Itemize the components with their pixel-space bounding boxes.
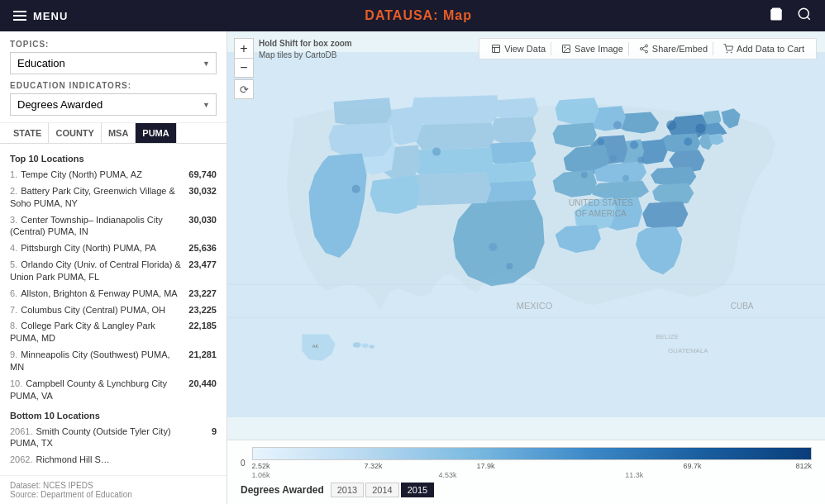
location-value: 25,636: [184, 242, 217, 254]
title-accent: Map: [439, 8, 472, 22]
list-item[interactable]: 1.Tempe City (North) PUMA, AZ 69,740: [10, 169, 217, 181]
save-image-label: Save Image: [575, 44, 623, 54]
list-item[interactable]: 2.Battery Park City, Greenwich Village &…: [10, 185, 217, 210]
location-value: 30,030: [184, 214, 217, 239]
svg-text:OF AMERICA: OF AMERICA: [575, 209, 627, 218]
year-tab-2014[interactable]: 2014: [365, 483, 398, 497]
tab-state[interactable]: STATE: [7, 123, 49, 143]
location-rank: 2061.: [10, 426, 33, 436]
svg-text:MEXICO: MEXICO: [517, 301, 553, 311]
zoom-out-button[interactable]: −: [234, 58, 254, 78]
location-rank: 7.: [10, 305, 17, 315]
svg-line-11: [642, 50, 645, 51]
hamburger-icon[interactable]: [13, 11, 26, 21]
list-item[interactable]: 4.Pittsburgh City (North) PUMA, PA 25,63…: [10, 242, 217, 254]
us-label: UNITED STATES: [569, 198, 633, 207]
map-area[interactable]: Hold Shift for box zoom Map tiles by Car…: [227, 31, 825, 504]
topics-select[interactable]: Education: [10, 52, 217, 74]
view-data-label: View Data: [504, 44, 546, 54]
location-value: 21,281: [184, 349, 217, 373]
location-rank: 4.: [10, 243, 17, 253]
share-embed-label: Share/Embed: [652, 44, 708, 54]
legend-bottom: Degrees Awarded 2013 2014 2015: [241, 483, 812, 497]
sublabel-1: 4.53k: [438, 471, 456, 479]
location-value: 23,477: [184, 259, 217, 283]
map-toolbar: View Data Save Image Share/Embed Add Dat…: [479, 38, 817, 59]
sidebar: TOPICS: Education EDUCATION INDICATORS: …: [0, 31, 227, 504]
year-tab-2013[interactable]: 2013: [331, 483, 364, 497]
menu-label[interactable]: MENU: [33, 10, 68, 22]
svg-point-36: [353, 342, 361, 347]
svg-point-14: [732, 52, 732, 53]
svg-point-17: [684, 138, 692, 146]
svg-point-38: [370, 345, 374, 349]
location-rank: 2062.: [10, 454, 33, 464]
svg-rect-3: [493, 45, 500, 53]
legend-title: Degrees Awarded: [241, 484, 324, 496]
location-name: 2.Battery Park City, Greenwich Village &…: [10, 185, 184, 210]
zoom-in-button[interactable]: +: [234, 38, 254, 58]
list-item[interactable]: 10.Campbell County & Lynchburg City PUMA…: [10, 378, 217, 402]
add-to-cart-button[interactable]: Add Data to Cart: [718, 42, 809, 55]
search-icon[interactable]: [797, 7, 812, 25]
svg-point-23: [610, 155, 617, 162]
location-name: 7.Columbus City (Central) PUMA, OH: [10, 304, 184, 316]
location-rank: 6.: [10, 288, 17, 298]
location-value: 9: [184, 426, 217, 450]
cart-icon[interactable]: [769, 7, 784, 25]
svg-point-19: [630, 141, 638, 150]
svg-point-21: [598, 139, 604, 145]
location-name: 9.Minneapolis City (Southwest) PUMA, MN: [10, 349, 184, 373]
sublabel-0: 1.06k: [252, 471, 270, 479]
save-image-button[interactable]: Save Image: [556, 42, 629, 55]
list-item[interactable]: 8.College Park City & Langley Park PUMA,…: [10, 320, 217, 345]
view-data-button[interactable]: View Data: [486, 42, 551, 55]
tab-county[interactable]: COUNTY: [49, 123, 101, 143]
list-item[interactable]: 2061.Smith County (Outside Tyler City) P…: [10, 426, 217, 450]
location-name: 5.Orlando City (Univ. of Central Florida…: [10, 259, 184, 283]
list-item[interactable]: 5.Orlando City (Univ. of Central Florida…: [10, 259, 217, 283]
list-item[interactable]: 2062.Richmond Hill S…: [10, 454, 217, 466]
source-label: Source: Department of Education: [10, 490, 217, 499]
location-name: 3.Center Township– Indianapolis City (Ce…: [10, 214, 184, 239]
top-locations-label: Top 10 Locations: [10, 154, 217, 164]
svg-point-25: [581, 172, 588, 178]
svg-point-27: [352, 185, 360, 193]
year-tab-2015[interactable]: 2015: [401, 483, 434, 497]
top-locations-container: 1.Tempe City (North) PUMA, AZ 69,740 2.B…: [10, 169, 217, 402]
location-rank: 5.: [10, 259, 17, 269]
list-item[interactable]: 7.Columbus City (Central) PUMA, OH 23,22…: [10, 304, 217, 316]
svg-point-24: [622, 175, 629, 182]
location-rank: 9.: [10, 349, 17, 359]
legend-label-0: 2.52k: [252, 462, 270, 470]
indicators-select[interactable]: Degrees Awarded: [10, 93, 217, 116]
svg-point-29: [506, 263, 513, 269]
map-legend: 0 2.52k 7.32k 17.9k 69.7k 812k 1.06k 4.5…: [227, 440, 825, 504]
tab-msa[interactable]: MSA: [102, 123, 136, 143]
legend-bar-container: 0 2.52k 7.32k 17.9k 69.7k 812k 1.06k 4.5…: [241, 447, 812, 479]
share-embed-button[interactable]: Share/Embed: [634, 42, 713, 55]
location-name: 1.Tempe City (North) PUMA, AZ: [10, 169, 184, 181]
svg-point-13: [727, 52, 727, 53]
legend-gradient: [252, 447, 812, 460]
location-value: 20,440: [184, 378, 217, 402]
us-map-container[interactable]: UNITED STATES OF AMERICA MEXICO CUBA BEL…: [227, 31, 825, 438]
sublabel-2: 11.3k: [625, 471, 643, 479]
svg-point-9: [640, 48, 642, 50]
list-item[interactable]: 9.Minneapolis City (Southwest) PUMA, MN …: [10, 349, 217, 373]
reset-button[interactable]: ⟳: [234, 79, 254, 99]
bottom-locations-container: 2061.Smith County (Outside Tyler City) P…: [10, 426, 217, 467]
tab-puma[interactable]: PUMA: [136, 123, 176, 143]
svg-point-37: [362, 344, 369, 349]
location-value: 69,740: [184, 169, 217, 181]
svg-point-16: [695, 123, 705, 133]
sidebar-top: TOPICS: Education EDUCATION INDICATORS: …: [0, 31, 227, 123]
list-item[interactable]: 3.Center Township– Indianapolis City (Ce…: [10, 214, 217, 239]
list-item[interactable]: 6.Allston, Brighton & Fenway PUMA, MA 23…: [10, 288, 217, 300]
svg-line-2: [807, 17, 809, 19]
svg-text:CUBA: CUBA: [731, 302, 754, 311]
location-rank: 10.: [10, 378, 22, 388]
us-map-svg: UNITED STATES OF AMERICA MEXICO CUBA BEL…: [227, 31, 825, 438]
location-name: 4.Pittsburgh City (North) PUMA, PA: [10, 242, 184, 254]
site-title: DATAUSA: Map: [365, 8, 472, 23]
